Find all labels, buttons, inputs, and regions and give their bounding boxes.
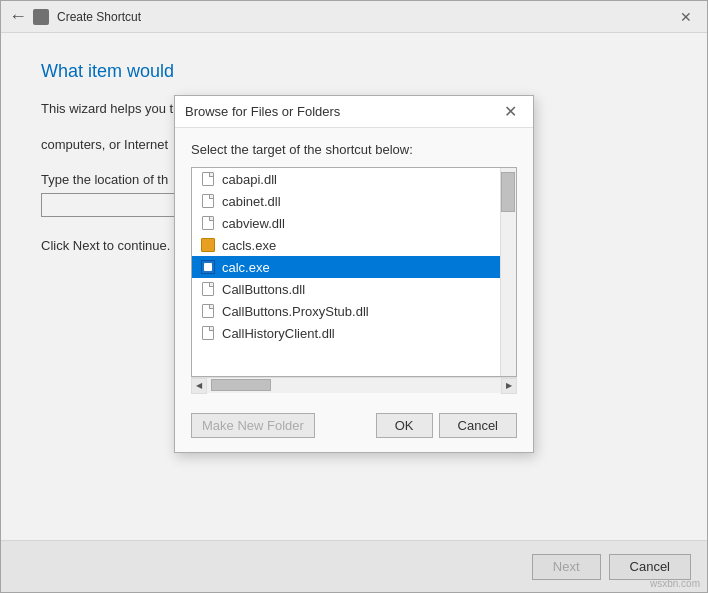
list-item[interactable]: cabview.dll <box>192 212 516 234</box>
file-name: calc.exe <box>222 260 270 275</box>
vertical-scrollbar[interactable] <box>500 168 516 376</box>
modal-subtitle: Select the target of the shortcut below: <box>191 142 517 157</box>
ok-button[interactable]: OK <box>376 413 433 438</box>
watermark: wsxbn.com <box>650 578 700 589</box>
hscroll-thumb[interactable] <box>211 379 271 391</box>
file-name: CallButtons.ProxyStub.dll <box>222 304 369 319</box>
file-name: cabapi.dll <box>222 172 277 187</box>
file-list-container: cabapi.dllcabinet.dllcabview.dllcacls.ex… <box>191 167 517 377</box>
file-icon <box>200 303 216 319</box>
file-icon <box>200 193 216 209</box>
action-right-group: OK Cancel <box>376 413 517 438</box>
modal-body: Select the target of the shortcut below:… <box>175 128 533 403</box>
file-icon <box>200 281 216 297</box>
list-item[interactable]: CallHistoryClient.dll <box>192 322 516 344</box>
list-item[interactable]: cabapi.dll <box>192 168 516 190</box>
file-name: CallHistoryClient.dll <box>222 326 335 341</box>
list-item[interactable]: CallButtons.dll <box>192 278 516 300</box>
modal-overlay: Browse for Files or Folders ✕ Select the… <box>0 0 708 593</box>
file-icon <box>200 171 216 187</box>
file-list: cabapi.dllcabinet.dllcabview.dllcacls.ex… <box>192 168 516 376</box>
list-item[interactable]: CallButtons.ProxyStub.dll <box>192 300 516 322</box>
file-icon <box>200 259 216 275</box>
file-name: cacls.exe <box>222 238 276 253</box>
file-name: cabview.dll <box>222 216 285 231</box>
browse-modal: Browse for Files or Folders ✕ Select the… <box>174 95 534 453</box>
list-item[interactable]: cacls.exe <box>192 234 516 256</box>
file-icon <box>200 325 216 341</box>
modal-title: Browse for Files or Folders <box>185 104 497 119</box>
file-icon <box>200 215 216 231</box>
list-item[interactable]: cabinet.dll <box>192 190 516 212</box>
hscroll-right-button[interactable]: ▶ <box>501 378 517 394</box>
modal-actions: Make New Folder OK Cancel <box>175 403 533 452</box>
hscroll-left-button[interactable]: ◀ <box>191 378 207 394</box>
modal-cancel-button[interactable]: Cancel <box>439 413 517 438</box>
file-name: CallButtons.dll <box>222 282 305 297</box>
list-item[interactable]: calc.exe <box>192 256 516 278</box>
horizontal-scrollbar[interactable]: ◀ ▶ <box>191 377 517 393</box>
make-new-folder-button[interactable]: Make New Folder <box>191 413 315 438</box>
modal-titlebar: Browse for Files or Folders ✕ <box>175 96 533 128</box>
scrollbar-thumb[interactable] <box>501 172 515 212</box>
modal-close-button[interactable]: ✕ <box>497 99 523 125</box>
file-icon <box>200 237 216 253</box>
file-name: cabinet.dll <box>222 194 281 209</box>
hscroll-thumb-area <box>207 378 501 393</box>
